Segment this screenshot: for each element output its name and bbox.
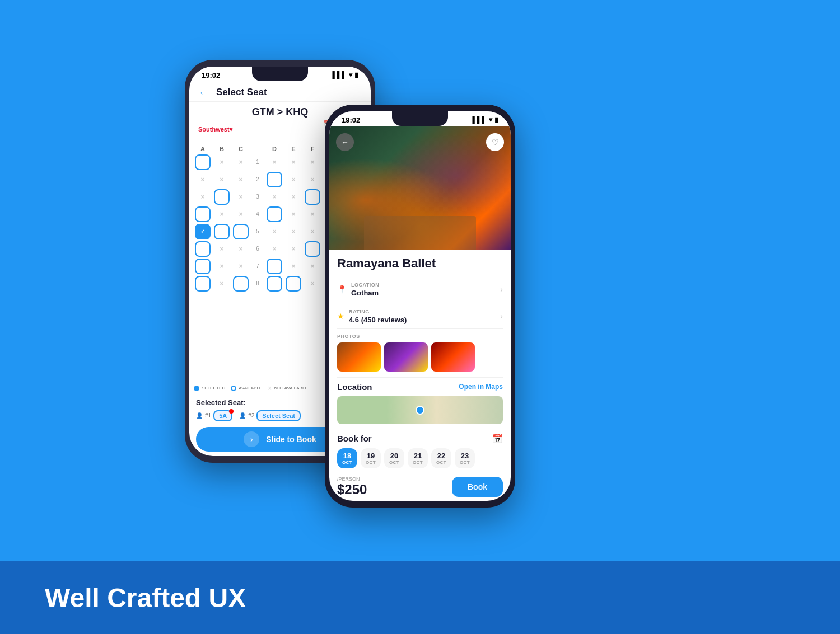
date-21-month: OCT [413, 460, 423, 465]
photos-row [337, 342, 503, 372]
date-19[interactable]: 19 OCT [361, 448, 381, 468]
seat-8f: × [305, 276, 320, 292]
row-2-num: 2 [251, 176, 264, 182]
phone-event-detail: 19:02 ▌▌▌ ▾ ▮ ← ♡ Ramay [325, 105, 515, 508]
row-6-num: 6 [251, 246, 264, 252]
seat-4d[interactable] [267, 206, 282, 222]
date-22[interactable]: 22 OCT [431, 448, 451, 468]
photo-1[interactable] [337, 342, 381, 372]
seat-2d[interactable] [267, 172, 282, 187]
rating-chevron-icon: › [500, 312, 503, 321]
wifi-icon-2: ▾ [489, 116, 492, 124]
calendar-icon[interactable]: 📅 [492, 433, 503, 444]
seat-3b[interactable] [214, 189, 230, 205]
seat-4a[interactable] [195, 206, 211, 222]
seat-7f: × [305, 259, 320, 274]
passenger-1-num: #1 [205, 412, 211, 419]
row-1-num: 1 [251, 159, 264, 165]
legend-selected-dot [194, 386, 199, 391]
date-19-num: 19 [367, 452, 375, 460]
col-spacer [251, 145, 264, 152]
seat-8c[interactable] [233, 276, 249, 292]
signal-icon: ▌▌▌ [332, 71, 347, 79]
location-map-header: Location Open in Maps [337, 382, 503, 392]
slide-label: Slide to Book [266, 435, 316, 444]
book-button[interactable]: Book [452, 477, 503, 497]
seat-2-badge[interactable]: Select Seat [256, 410, 301, 421]
seat-5a[interactable]: ✓ [195, 224, 211, 239]
seat-header: ← Select Seat [189, 82, 371, 102]
book-for-header: Book for 📅 [337, 433, 503, 444]
seat-8d[interactable] [267, 276, 282, 292]
map-pin-icon [416, 406, 424, 415]
col-d: D [265, 145, 283, 152]
date-23[interactable]: 23 OCT [455, 448, 475, 468]
col-a: A [194, 145, 212, 152]
banner-text: Well Crafted UX [45, 583, 246, 613]
legend-not-available: × NOT AVAILABLE [268, 384, 308, 392]
row-4-num: 4 [251, 211, 264, 217]
hero-back-button[interactable]: ← [336, 133, 354, 151]
col-c: C [232, 145, 250, 152]
seat-1e: × [286, 154, 301, 170]
date-21[interactable]: 21 OCT [408, 448, 428, 468]
seat-6f[interactable] [305, 241, 320, 257]
notch-phone1 [252, 67, 308, 81]
seat-7a[interactable] [195, 259, 211, 274]
back-button-phone1[interactable]: ← [198, 86, 209, 99]
seat-7c: × [233, 259, 249, 274]
phone-2-screen: 19:02 ▌▌▌ ▾ ▮ ← ♡ Ramay [329, 111, 511, 501]
date-19-month: OCT [366, 460, 376, 465]
seat-title: Select Seat [216, 87, 267, 98]
seat-6d: × [267, 241, 282, 257]
time-phone2: 19:02 [342, 116, 360, 124]
seat-8e[interactable] [286, 276, 301, 292]
date-21-num: 21 [414, 452, 422, 460]
hero-favorite-button[interactable]: ♡ [486, 133, 504, 151]
date-20[interactable]: 20 OCT [384, 448, 404, 468]
date-18[interactable]: 18 OCT [337, 448, 357, 468]
status-icons-phone1: ▌▌▌ ▾ ▮ [332, 71, 358, 79]
location-section: Location Open in Maps [337, 377, 503, 424]
passenger-1: 👤 #1 5A [196, 410, 232, 421]
seat-5c[interactable] [233, 224, 249, 239]
seat-8a[interactable] [195, 276, 211, 292]
photos-label: PHOTOS [337, 334, 503, 339]
seat-3a: × [195, 189, 211, 205]
seat-3f[interactable] [305, 189, 320, 205]
seat-5b[interactable] [214, 224, 230, 239]
battery-icon-2: ▮ [494, 116, 498, 124]
passenger-2: 👤 #2 Select Seat [239, 410, 301, 421]
signal-icon-2: ▌▌▌ [472, 116, 487, 124]
book-for-title: Book for [337, 434, 372, 443]
notch-phone2 [392, 111, 448, 126]
wifi-icon: ▾ [349, 71, 352, 79]
seat-badge-dot [229, 409, 234, 414]
seat-7d[interactable] [267, 259, 282, 274]
hero-stage [364, 216, 476, 250]
map-preview[interactable] [337, 396, 503, 424]
event-screen: 19:02 ▌▌▌ ▾ ▮ ← ♡ Ramay [329, 111, 511, 501]
seat-8b: × [214, 276, 230, 292]
airline-logo: Southwest♥ [198, 126, 233, 133]
date-23-month: OCT [460, 460, 470, 465]
photo-2[interactable] [384, 342, 428, 372]
per-person-label: /PERSON [337, 476, 367, 482]
seat-5e: × [286, 224, 301, 239]
date-22-num: 22 [437, 452, 445, 460]
open-maps-button[interactable]: Open in Maps [459, 383, 503, 391]
photo-3[interactable] [431, 342, 475, 372]
seat-1a[interactable] [195, 154, 211, 170]
seat-1b: × [214, 154, 230, 170]
seat-2c: × [233, 172, 249, 187]
seat-2b: × [214, 172, 230, 187]
location-pin-icon: 📍 [337, 285, 347, 294]
rating-row[interactable]: ★ RATING 4.6 (450 reviews) › [337, 304, 503, 329]
date-18-month: OCT [342, 460, 352, 465]
star-icon: ★ [337, 312, 344, 321]
location-chevron-icon: › [500, 285, 503, 294]
price-section: /PERSON $250 [337, 476, 367, 497]
seat-6a[interactable] [195, 241, 211, 257]
date-18-num: 18 [343, 452, 351, 460]
location-row[interactable]: 📍 LOCATION Gotham › [337, 278, 503, 302]
